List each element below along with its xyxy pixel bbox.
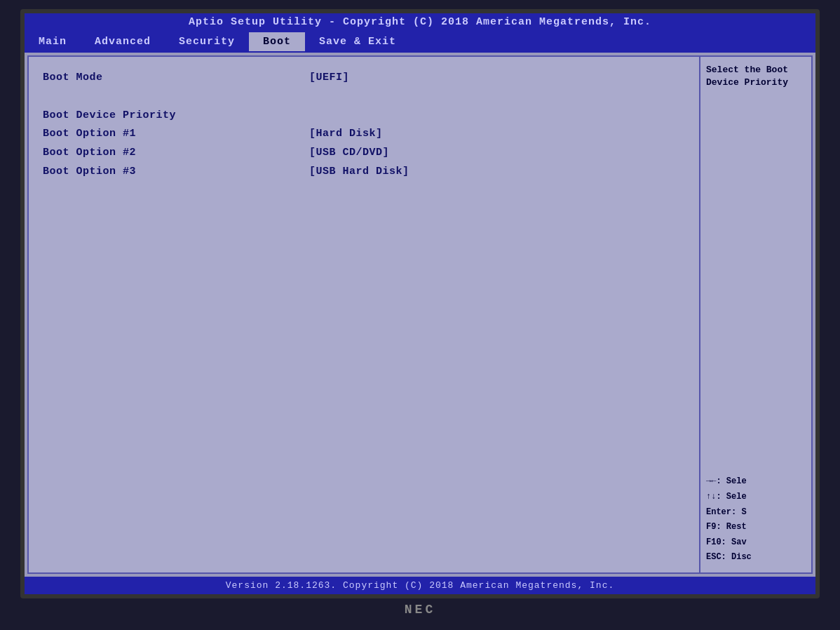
nav-bar: Main Advanced Security Boot Save & Exit <box>25 31 815 53</box>
bios-screen: Aptio Setup Utility - Copyright (C) 2018… <box>25 13 815 594</box>
boot-option-3-value[interactable]: [USB Hard Disk] <box>309 166 409 177</box>
nav-advanced[interactable]: Advanced <box>81 32 165 51</box>
nav-boot[interactable]: Boot <box>249 32 305 51</box>
boot-option-2-label: Boot Option #2 <box>43 147 309 159</box>
left-panel: Boot Mode [UEFI] Boot Device Priority Bo… <box>29 57 699 572</box>
brand-bar: NEC <box>400 598 440 621</box>
boot-option-1-value[interactable]: [Hard Disk] <box>309 128 383 140</box>
shortcut-lr: →←: Sele <box>706 474 806 490</box>
title-bar: Aptio Setup Utility - Copyright (C) 2018… <box>25 13 815 31</box>
shortcuts: →←: Sele ↑↓: Sele Enter: S F9: Rest F10:… <box>706 474 806 565</box>
right-panel: Select the Boot Device Priority →←: Sele… <box>699 57 811 572</box>
boot-mode-label: Boot Mode <box>43 72 309 83</box>
shortcut-f9: F9: Rest <box>706 520 806 535</box>
nav-save-exit[interactable]: Save & Exit <box>305 32 410 51</box>
shortcut-enter: Enter: S <box>706 505 806 521</box>
nav-main[interactable]: Main <box>25 32 81 51</box>
status-bar: Version 2.18.1263. Copyright (C) 2018 Am… <box>25 577 815 594</box>
nav-security[interactable]: Security <box>165 32 249 51</box>
boot-option-1-row: Boot Option #1 [Hard Disk] <box>43 124 685 143</box>
boot-option-2-value[interactable]: [USB CD/DVD] <box>309 147 389 159</box>
help-text: Select the Boot Device Priority <box>706 64 806 89</box>
boot-option-1-label: Boot Option #1 <box>43 128 309 140</box>
brand-text: NEC <box>405 603 435 617</box>
shortcut-ud: ↑↓: Sele <box>706 490 806 505</box>
boot-option-2-row: Boot Option #2 [USB CD/DVD] <box>43 143 685 162</box>
shortcut-esc: ESC: Disc <box>706 550 806 565</box>
boot-option-3-row: Boot Option #3 [USB Hard Disk] <box>43 162 685 181</box>
boot-option-3-label: Boot Option #3 <box>43 166 309 177</box>
status-text: Version 2.18.1263. Copyright (C) 2018 Am… <box>226 580 614 591</box>
boot-mode-value[interactable]: [UEFI] <box>309 72 349 83</box>
shortcut-f10: F10: Sav <box>706 535 806 551</box>
title-text: Aptio Setup Utility - Copyright (C) 2018… <box>189 16 651 28</box>
main-content: Boot Mode [UEFI] Boot Device Priority Bo… <box>27 55 813 574</box>
boot-device-priority-header: Boot Device Priority <box>43 109 685 121</box>
boot-mode-row: Boot Mode [UEFI] <box>43 68 685 87</box>
monitor-frame: Aptio Setup Utility - Copyright (C) 2018… <box>20 9 820 598</box>
